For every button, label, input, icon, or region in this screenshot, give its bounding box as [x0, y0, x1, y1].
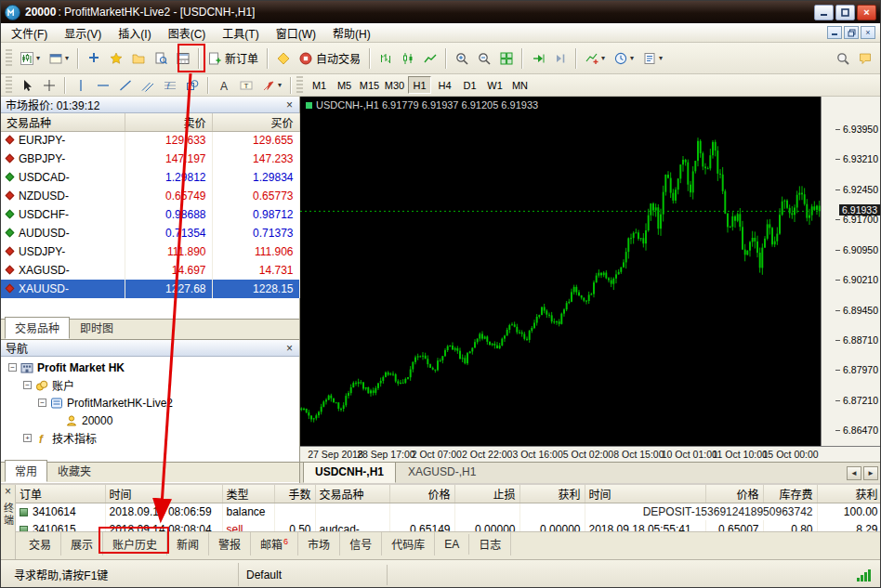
profiles-dropdown-icon[interactable]: ▾: [65, 54, 69, 62]
market-watch-column-header[interactable]: 卖价: [125, 113, 212, 131]
cursor-button[interactable]: [17, 76, 37, 95]
timeframe-h1-button[interactable]: H1: [408, 76, 431, 94]
terminal-toggle-button[interactable]: [173, 47, 193, 70]
candle-chart-button[interactable]: [398, 47, 418, 70]
profiles-button[interactable]: ▾: [46, 47, 72, 70]
market-watch-row[interactable]: AUDUSD-0.713540.71373: [1, 224, 299, 242]
favorites-button[interactable]: [106, 47, 126, 70]
menu-item-6[interactable]: 帮助(H): [324, 23, 379, 43]
timeframe-m15-button[interactable]: M15: [358, 76, 381, 94]
market-watch-row[interactable]: USDCAD-1.298121.29834: [1, 168, 299, 187]
terminal-tab-交易[interactable]: 交易: [20, 532, 61, 555]
timeframe-d1-button[interactable]: D1: [458, 76, 481, 94]
autotrading-button[interactable]: 自动交易: [296, 47, 364, 70]
terminal-tab-展示[interactable]: 展示: [61, 532, 103, 555]
arrows-button[interactable]: ▾: [258, 76, 285, 95]
timeframe-m30-button[interactable]: M30: [383, 76, 406, 94]
chart-tab-XAGUSD-,H1[interactable]: XAGUSD-,H1: [396, 462, 488, 483]
zoom-in-button[interactable]: [452, 47, 472, 70]
navigator-node[interactable]: +f技术指标: [1, 429, 299, 447]
tile-windows-button[interactable]: [496, 47, 517, 70]
scroll-left-icon[interactable]: ◄: [847, 466, 861, 480]
menu-item-2[interactable]: 插入(I): [110, 23, 159, 43]
line-chart-button[interactable]: [420, 47, 440, 70]
templates-dropdown-icon[interactable]: ▾: [659, 54, 663, 62]
navigator-tab-收藏夹[interactable]: 收藏夹: [47, 460, 101, 482]
menu-item-4[interactable]: 工具(T): [214, 23, 267, 43]
navigator-node[interactable]: −Profit Market HK: [1, 359, 299, 376]
navigator-node[interactable]: 20000: [1, 412, 299, 429]
navigator-tab-常用[interactable]: 常用: [5, 460, 47, 482]
terminal-column-header[interactable]: 价格: [705, 485, 763, 503]
shapes-button[interactable]: [182, 76, 203, 95]
terminal-tab-邮箱[interactable]: 邮箱6: [251, 532, 298, 555]
metaeditor-button[interactable]: [273, 47, 294, 70]
timeframe-m1-button[interactable]: M1: [308, 76, 331, 94]
terminal-column-header[interactable]: 获利: [817, 485, 880, 503]
arrows-dropdown-icon[interactable]: ▾: [278, 81, 282, 89]
timeframe-mn-button[interactable]: MN: [508, 76, 532, 94]
window-close-button[interactable]: ×: [857, 5, 876, 20]
terminal-column-header[interactable]: 价格: [389, 485, 454, 503]
market-watch-column-header[interactable]: 买价: [212, 113, 299, 131]
chart-shift-button[interactable]: [550, 47, 571, 70]
collapse-minus-icon[interactable]: −: [38, 399, 46, 407]
terminal-column-header[interactable]: 时间: [585, 485, 705, 503]
terminal-column-header[interactable]: 交易品种: [315, 485, 389, 503]
market-watch-row[interactable]: XAUUSD-1227.681228.15: [1, 280, 299, 298]
text-label-button[interactable]: T: [236, 76, 256, 95]
window-minimize-button[interactable]: [814, 5, 834, 20]
terminal-close-icon[interactable]: ×: [3, 486, 13, 497]
terminal-tab-市场[interactable]: 市场: [298, 532, 340, 555]
terminal-tab-日志[interactable]: 日志: [469, 532, 511, 555]
market-watch-row[interactable]: USDJPY-111.890111.906: [1, 242, 299, 261]
crosshair-button[interactable]: [39, 76, 59, 95]
terminal-column-header[interactable]: 手数: [274, 485, 315, 503]
terminal-tab-信号[interactable]: 信号: [340, 532, 382, 555]
search-button[interactable]: [833, 47, 853, 70]
community-button[interactable]: [855, 47, 875, 70]
timeframe-w1-button[interactable]: W1: [483, 76, 506, 94]
new-chart-button[interactable]: ▾: [17, 47, 44, 70]
equidistant-channel-button[interactable]: [138, 76, 158, 95]
horizontal-line-button[interactable]: [93, 76, 113, 95]
terminal-column-header[interactable]: 订单: [16, 485, 105, 503]
market-watch-tab-即时图[interactable]: 即时图: [70, 317, 124, 339]
terminal-tab-EA[interactable]: EA: [435, 534, 469, 555]
fibonacci-button[interactable]: f: [160, 76, 180, 95]
terminal-column-header[interactable]: 止损: [454, 485, 519, 503]
timeframe-h4-button[interactable]: H4: [433, 76, 456, 94]
terminal-column-header[interactable]: 库存费: [763, 485, 817, 503]
chart-minimize-button[interactable]: [827, 26, 842, 39]
timeframe-m5-button[interactable]: M5: [333, 76, 356, 94]
terminal-tab-代码库[interactable]: 代码库: [382, 532, 435, 555]
terminal-column-header[interactable]: 类型: [222, 485, 274, 503]
chart-tab-USDCNH-,H1[interactable]: USDCNH-,H1: [303, 462, 396, 483]
menu-item-3[interactable]: 图表(C): [160, 23, 215, 43]
statusbar-profile[interactable]: Default: [239, 565, 388, 585]
market-watch-row[interactable]: XAGUSD-14.69714.731: [1, 261, 299, 280]
navigator-node[interactable]: −ProfitMarketHK-Live2: [1, 394, 299, 412]
candlestick-chart-svg[interactable]: [300, 97, 821, 446]
market-watch-close-icon[interactable]: ×: [284, 99, 295, 111]
market-watch-column-header[interactable]: 交易品种: [1, 113, 125, 131]
terminal-tab-新闻[interactable]: 新闻: [167, 532, 209, 555]
scroll-right-icon[interactable]: ►: [863, 466, 878, 480]
terminal-row[interactable]: 34106152018.09.14 08:08:04sell0.50audcad…: [16, 520, 880, 531]
auto-scroll-button[interactable]: [528, 47, 548, 70]
new-chart-dropdown-icon[interactable]: ▾: [36, 54, 40, 62]
vertical-line-button[interactable]: [71, 76, 91, 95]
terminal-row[interactable]: 34106142018.09.14 08:06:59balanceDEPOSIT…: [16, 503, 880, 520]
navigator-node[interactable]: −账户: [1, 376, 299, 394]
price-scale[interactable]: 6.939506.932106.924506.917006.909506.902…: [821, 97, 881, 446]
navigator-close-icon[interactable]: ×: [284, 343, 295, 354]
indicators-dropdown-icon[interactable]: ▾: [601, 54, 605, 62]
collapse-minus-icon[interactable]: −: [8, 363, 17, 372]
terminal-column-header[interactable]: 获利: [519, 485, 585, 503]
terminal-column-header[interactable]: 时间: [105, 485, 222, 503]
market-watch-row[interactable]: EURJPY-129.633129.655: [1, 131, 299, 150]
window-maximize-button[interactable]: [835, 5, 855, 20]
periods-dropdown-icon[interactable]: ▾: [630, 54, 634, 62]
market-watch-row[interactable]: GBPJPY-147.197147.233: [1, 150, 299, 168]
periods-button[interactable]: ▾: [611, 47, 638, 70]
